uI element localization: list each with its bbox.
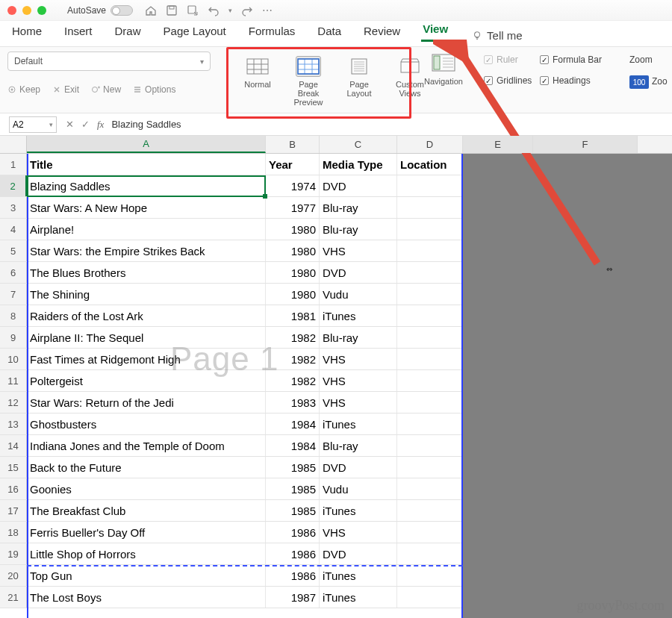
cell[interactable]: Blu-ray [320, 435, 397, 456]
cell[interactable] [397, 543, 463, 564]
cell[interactable]: Year [266, 154, 320, 175]
cell[interactable]: VHS [320, 349, 397, 369]
cell[interactable] [397, 413, 463, 434]
cell[interactable]: Raiders of the Lost Ark [27, 305, 266, 326]
ruler-checkbox[interactable]: ✓Ruler [484, 54, 532, 65]
row-header[interactable]: 10 [0, 349, 27, 369]
cell[interactable]: 1986 [266, 543, 320, 564]
cell[interactable]: DVD [320, 543, 397, 564]
exit-button[interactable]: Exit [52, 84, 79, 95]
cell[interactable]: Indiana Jones and the Temple of Doom [27, 435, 266, 456]
row-header[interactable]: 6 [0, 262, 27, 283]
home-icon[interactable] [145, 4, 157, 16]
cell[interactable] [397, 478, 463, 499]
undo-icon[interactable] [208, 4, 220, 16]
cell[interactable]: Star Wars: Return of the Jedi [27, 392, 266, 413]
cell[interactable]: iTunes [320, 305, 397, 326]
save-icon[interactable] [166, 4, 178, 16]
formula-bar-checkbox[interactable]: ✓Formula Bar [540, 54, 602, 65]
cell[interactable]: 1980 [266, 262, 320, 283]
cell[interactable]: Star Wars: A New Hope [27, 197, 266, 218]
cell[interactable]: Blu-ray [320, 219, 397, 240]
row-header[interactable]: 20 [0, 565, 27, 586]
cell[interactable]: 1982 [266, 327, 320, 348]
cell[interactable]: VHS [320, 240, 397, 261]
maximize-window-button[interactable] [37, 6, 46, 15]
tell-me-search[interactable]: Tell me [472, 29, 523, 42]
cell[interactable]: DVD [320, 175, 397, 196]
row-header[interactable]: 13 [0, 413, 27, 434]
row-header[interactable]: 5 [0, 240, 27, 261]
cell[interactable]: 1983 [266, 392, 320, 413]
cell[interactable]: 1986 [266, 522, 320, 543]
cell[interactable]: Vudu [320, 284, 397, 305]
row-header[interactable]: 8 [0, 305, 27, 326]
autosave-toggle[interactable] [111, 5, 133, 16]
sheet-view-select[interactable]: Default ▾ [7, 52, 211, 71]
cell[interactable] [397, 240, 463, 261]
tab-data[interactable]: Data [316, 23, 343, 42]
redo-icon[interactable] [241, 4, 253, 16]
options-button[interactable]: Options [133, 84, 175, 95]
cell[interactable]: Blu-ray [320, 197, 397, 218]
fx-icon[interactable]: fx [97, 119, 104, 131]
gridlines-checkbox[interactable]: ✓Gridlines [484, 75, 532, 86]
cell[interactable] [397, 587, 463, 608]
cell[interactable] [397, 284, 463, 305]
select-all-corner[interactable] [0, 136, 27, 153]
undo-dropdown-icon[interactable]: ▾ [228, 7, 232, 14]
cell[interactable]: VHS [320, 392, 397, 413]
minimize-window-button[interactable] [22, 6, 31, 15]
cell[interactable]: Blu-ray [320, 327, 397, 348]
cell[interactable]: Media Type [320, 154, 397, 175]
confirm-formula-icon[interactable]: ✓ [81, 119, 90, 130]
cell[interactable] [397, 565, 463, 586]
cell[interactable]: 1980 [266, 240, 320, 261]
cell[interactable]: iTunes [320, 565, 397, 586]
cell[interactable] [397, 392, 463, 413]
cell[interactable]: VHS [320, 370, 397, 391]
cell[interactable]: iTunes [320, 413, 397, 434]
column-header-a[interactable]: A [27, 136, 266, 153]
column-header-c[interactable]: C [320, 136, 397, 153]
cell[interactable]: 1977 [266, 197, 320, 218]
zoom-button[interactable]: Zoom [629, 54, 668, 65]
normal-view-button[interactable]: Normal [237, 56, 278, 107]
page-layout-view-button[interactable]: Page Layout [339, 56, 379, 107]
cell[interactable]: 1985 [266, 500, 320, 521]
cell[interactable]: 1985 [266, 457, 320, 478]
cell[interactable]: 1980 [266, 219, 320, 240]
cell[interactable]: 1981 [266, 305, 320, 326]
row-header[interactable]: 19 [0, 543, 27, 564]
row-header[interactable]: 9 [0, 327, 27, 348]
cancel-formula-icon[interactable]: ✕ [66, 119, 74, 130]
row-header[interactable]: 21 [0, 587, 27, 608]
cell[interactable] [397, 327, 463, 348]
cell[interactable] [397, 349, 463, 369]
cell[interactable] [397, 175, 463, 196]
cell[interactable] [397, 197, 463, 218]
save-as-icon[interactable] [187, 4, 199, 16]
cell[interactable] [397, 522, 463, 543]
cell[interactable]: VHS [320, 522, 397, 543]
spreadsheet-grid[interactable]: A B C D E F 1TitleYearMedia TypeLocation… [0, 136, 672, 618]
row-header[interactable]: 17 [0, 500, 27, 521]
cell[interactable]: 1984 [266, 413, 320, 434]
row-header[interactable]: 1 [0, 154, 27, 175]
row-header[interactable]: 3 [0, 197, 27, 218]
headings-checkbox[interactable]: ✓Headings [540, 75, 602, 86]
name-box[interactable]: A2 ▾ [9, 116, 57, 133]
cell[interactable]: 1974 [266, 175, 320, 196]
cell[interactable]: iTunes [320, 587, 397, 608]
cell[interactable] [397, 370, 463, 391]
cell[interactable]: DVD [320, 457, 397, 478]
cell[interactable]: 1982 [266, 349, 320, 369]
cell[interactable]: Poltergeist [27, 370, 266, 391]
cell[interactable]: Blazing Saddles [27, 175, 266, 196]
cell[interactable]: Location [397, 154, 463, 175]
cell[interactable]: The Lost Boys [27, 587, 266, 608]
column-header-d[interactable]: D [397, 136, 463, 153]
cell[interactable]: Title [27, 154, 266, 175]
column-header-f[interactable]: F [533, 136, 638, 153]
navigation-button[interactable]: Navigation [424, 52, 463, 86]
